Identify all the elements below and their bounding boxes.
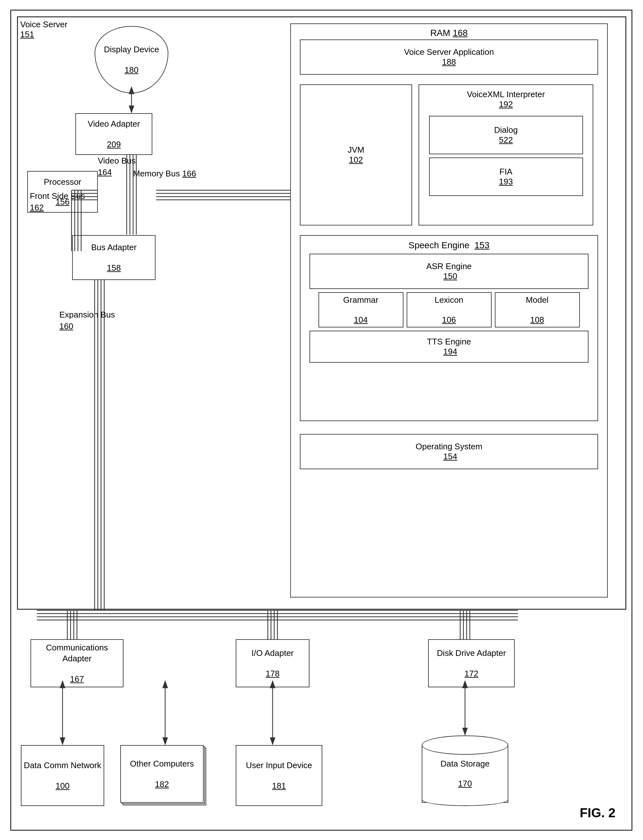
disk-drive-adapter-box: Disk Drive Adapter 172 <box>428 639 515 687</box>
other-computers-box: Other Computers 182 <box>120 745 204 803</box>
memory-bus-label: Memory Bus 166 <box>133 168 196 179</box>
jvm-box: JVM 102 <box>300 84 412 225</box>
lexicon-box: Lexicon 106 <box>406 292 492 328</box>
front-side-bus-label: Front Side Bus 162 <box>30 190 85 214</box>
user-input-device-box: User Input Device 181 <box>236 745 322 806</box>
voicexml-outer-box: VoiceXML Interpreter 192 Dialog 522 FIA … <box>418 84 593 225</box>
grammar-box: Grammar 104 <box>318 292 403 328</box>
model-box: Model 108 <box>495 292 580 328</box>
data-storage-container: Data Storage 170 <box>422 736 508 806</box>
tts-engine-box: TTS Engine 194 <box>310 331 589 363</box>
bus-adapter-box: Bus Adapter 158 <box>72 235 155 280</box>
page-container: Voice Server 151 RAM 168 Voice Server Ap… <box>10 10 632 831</box>
voice-server-app-box: Voice Server Application 188 <box>300 39 598 75</box>
video-adapter-box: Video Adapter 209 <box>75 113 152 155</box>
fia-box: FIA 193 <box>429 158 583 196</box>
video-bus-label: Video Bus 164 <box>98 155 135 178</box>
os-box: Operating System 154 <box>300 434 598 469</box>
comm-adapter-box: Communications Adapter 167 <box>31 639 124 687</box>
ram-label: RAM <box>430 28 450 38</box>
io-adapter-box: I/O Adapter 178 <box>236 639 310 687</box>
expansion-bus-label: Expansion Bus 160 <box>59 309 115 332</box>
other-computers-container: Other Computers 182 <box>120 745 204 803</box>
dialog-box: Dialog 522 <box>429 116 583 154</box>
asr-engine-box: ASR Engine 150 <box>310 254 589 289</box>
ram-number: 168 <box>453 28 468 38</box>
speech-engine-box: Speech Engine 153 ASR Engine 150 Grammar… <box>300 235 598 421</box>
data-comm-network-box: Data Comm Network 100 <box>21 745 104 806</box>
figure-label: FIG. 2 <box>580 806 615 820</box>
